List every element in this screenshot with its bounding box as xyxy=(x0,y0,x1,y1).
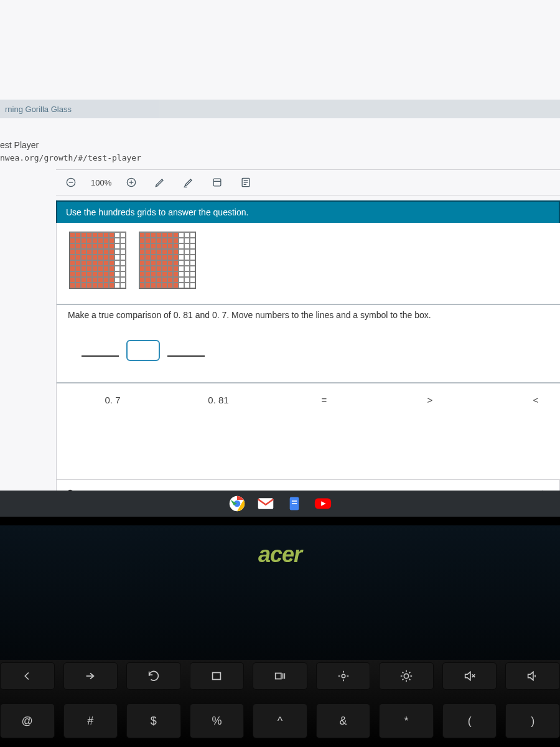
key-vol-down xyxy=(505,662,560,690)
key-back xyxy=(0,662,55,690)
laptop-brand: acer xyxy=(0,542,560,568)
grid-cell xyxy=(139,243,145,249)
svg-rect-21 xyxy=(213,673,221,680)
chrome-icon[interactable] xyxy=(227,494,247,514)
docs-icon[interactable] xyxy=(284,494,304,514)
grid-cell xyxy=(75,266,81,271)
grid-cell xyxy=(190,249,195,255)
grid-cell xyxy=(162,243,167,249)
grid-cell xyxy=(145,266,151,271)
grid-cell xyxy=(92,238,98,243)
grid-cell xyxy=(114,271,120,277)
grid-cell xyxy=(75,255,81,260)
grid-cell xyxy=(86,238,92,243)
option-greater[interactable]: > xyxy=(418,395,442,405)
key-forward xyxy=(63,662,118,690)
tab-title: est Player xyxy=(0,140,39,150)
laptop-screen: rning Gorilla Glass est Player nwea.org/… xyxy=(0,0,560,525)
grid-cell xyxy=(98,238,103,243)
grid-cell xyxy=(145,249,151,255)
grid-cell xyxy=(109,243,114,249)
grid-cell xyxy=(156,243,162,249)
key-fullscreen xyxy=(190,662,245,690)
grid-cell xyxy=(114,238,120,243)
grid-cell xyxy=(190,260,195,266)
grid-cell xyxy=(190,266,195,271)
symbol-drop-box[interactable] xyxy=(126,340,160,361)
grid-cell xyxy=(70,255,75,260)
grid-cell xyxy=(103,277,109,283)
grid-cell xyxy=(109,283,114,288)
grid-cell xyxy=(86,271,92,277)
grid-cell xyxy=(120,277,126,283)
option-0-81[interactable]: 0. 81 xyxy=(206,395,231,405)
grid-cell xyxy=(109,255,114,260)
grid-cell xyxy=(151,255,156,260)
gmail-icon[interactable] xyxy=(256,494,276,514)
grid-cell xyxy=(120,260,126,266)
grid-cell xyxy=(145,271,151,277)
option-less[interactable]: < xyxy=(523,395,548,405)
highlighter-icon[interactable] xyxy=(180,174,197,191)
grid-cell xyxy=(75,283,81,288)
grid-cell xyxy=(167,277,173,283)
grid-cell xyxy=(156,232,162,238)
grid-cell xyxy=(167,260,173,266)
grid-cell xyxy=(103,243,109,249)
grid-cell xyxy=(139,238,145,243)
grid-cell xyxy=(109,277,114,283)
grid-cell xyxy=(81,271,86,277)
youtube-icon[interactable] xyxy=(313,494,333,514)
grid-cell xyxy=(75,271,81,277)
grid-cell xyxy=(145,277,151,283)
svg-line-35 xyxy=(403,672,404,674)
grid-cell xyxy=(173,266,179,271)
grid-cell xyxy=(86,266,92,271)
grid-cell xyxy=(139,271,145,277)
grid-cell xyxy=(167,266,173,271)
grid-cell xyxy=(190,255,195,260)
number-drop-1[interactable] xyxy=(82,344,119,357)
grid-cell xyxy=(173,249,179,255)
grid-cell xyxy=(120,243,126,249)
grid-cell xyxy=(173,283,179,288)
grid-cell xyxy=(92,277,98,283)
eraser-icon[interactable] xyxy=(208,174,226,191)
grid-cell xyxy=(173,243,179,249)
svg-rect-5 xyxy=(213,179,221,186)
grid-cell xyxy=(120,266,126,271)
svg-line-37 xyxy=(403,679,404,680)
grid-cell xyxy=(184,255,190,260)
grid-cell xyxy=(139,232,145,238)
url-bar-text: nwea.org/growth/#/test-player xyxy=(0,153,141,162)
grid-cell xyxy=(98,232,103,238)
grid-cell xyxy=(179,255,184,260)
pencil-icon[interactable] xyxy=(151,174,169,191)
notes-icon[interactable] xyxy=(237,174,254,191)
grid-cell xyxy=(184,277,190,283)
number-drop-2[interactable] xyxy=(167,344,205,357)
grid-cell xyxy=(103,266,109,271)
grid-cell xyxy=(139,255,145,260)
grid-cell xyxy=(173,255,179,260)
key-lparen: ( xyxy=(442,703,497,738)
zoom-out-icon[interactable] xyxy=(62,174,80,191)
hundreds-grids xyxy=(57,223,560,304)
grid-cell xyxy=(109,260,114,266)
grid-cell xyxy=(114,232,120,238)
grid-cell xyxy=(184,238,190,243)
option-equals[interactable]: = xyxy=(312,395,337,405)
grid-cell xyxy=(81,277,86,283)
grid-cell xyxy=(109,271,114,277)
grid-cell xyxy=(103,283,109,288)
svg-point-30 xyxy=(404,674,408,678)
grid-cell xyxy=(162,249,167,255)
grid-cell xyxy=(86,243,92,249)
grid-cell xyxy=(184,266,190,271)
grid-cell xyxy=(151,243,156,249)
grid-cell xyxy=(156,238,162,243)
svg-marker-42 xyxy=(528,672,533,680)
grid-cell xyxy=(81,283,86,288)
zoom-in-icon[interactable] xyxy=(123,174,140,191)
option-0-7[interactable]: 0. 7 xyxy=(100,395,125,405)
